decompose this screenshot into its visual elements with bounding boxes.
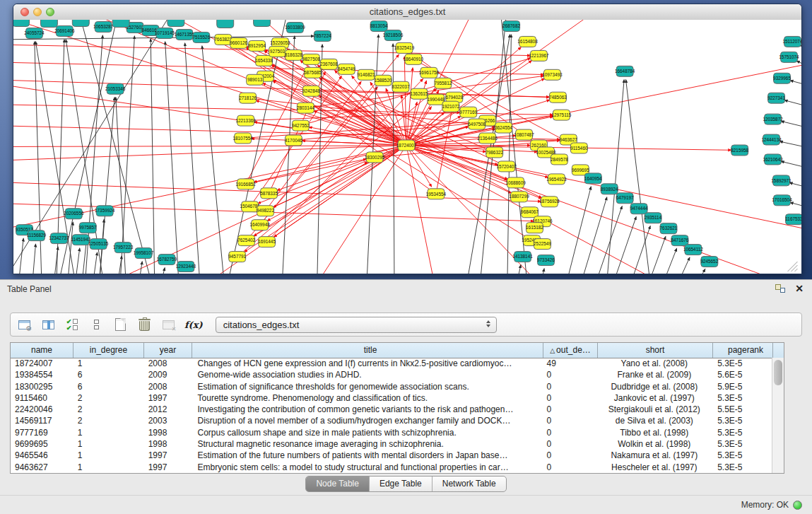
table-cell[interactable]: 5.3E-5 bbox=[712, 438, 772, 450]
graph-node[interactable]: 2718126 bbox=[239, 93, 257, 103]
graph-node[interactable]: 12213967 bbox=[529, 50, 549, 61]
graph-edge[interactable] bbox=[781, 161, 801, 169]
table-cell[interactable]: 5.3E-5 bbox=[712, 450, 772, 461]
graph-edge[interactable] bbox=[592, 206, 622, 274]
graph-node[interactable]: 16409948 bbox=[249, 220, 270, 230]
graph-node[interactable] bbox=[217, 20, 234, 28]
delete-column-button[interactable] bbox=[134, 315, 155, 334]
graph-node[interactable]: 1615182 bbox=[526, 223, 543, 233]
table-cell[interactable]: 5.3E-5 bbox=[712, 358, 772, 369]
graph-node[interactable]: 989013 bbox=[247, 74, 264, 85]
table-cell[interactable]: 2009 bbox=[144, 369, 192, 380]
table-row[interactable]: 2242004622012Investigating the contribut… bbox=[11, 404, 772, 415]
graph-node[interactable]: 9227341 bbox=[767, 93, 785, 103]
table-cell[interactable]: Yano et al. (2008) bbox=[596, 358, 712, 369]
vertical-scrollbar[interactable] bbox=[772, 358, 784, 473]
graph-node[interactable]: 5878335 bbox=[260, 188, 278, 199]
graph-edge[interactable] bbox=[406, 146, 548, 177]
resize-grip-icon[interactable] bbox=[788, 262, 798, 271]
graph-node[interactable]: 9733426 bbox=[537, 255, 555, 266]
graph-node[interactable]: 18807299 bbox=[509, 192, 529, 202]
graph-edge[interactable] bbox=[165, 42, 180, 274]
graph-edge[interactable] bbox=[317, 45, 322, 274]
column-header-year[interactable]: year bbox=[144, 343, 192, 358]
table-cell[interactable]: Genome-wide association studies in ADHD. bbox=[192, 369, 543, 380]
graph-edge[interactable] bbox=[73, 248, 79, 274]
graph-node[interactable]: 20691406 bbox=[54, 25, 75, 36]
graph-node[interactable] bbox=[13, 20, 29, 26]
tab-network-table[interactable]: Network Table bbox=[433, 477, 506, 491]
table-cell[interactable]: Corpus callosum shape and size in male p… bbox=[192, 427, 543, 438]
table-cell[interactable]: 1997 bbox=[144, 392, 192, 404]
graph-node[interactable]: 10653287 bbox=[93, 21, 114, 32]
graph-node[interactable]: 6479197 bbox=[616, 193, 634, 204]
graph-edge[interactable] bbox=[659, 248, 677, 274]
show-columns-button[interactable] bbox=[37, 315, 59, 334]
table-cell[interactable]: 5.9E-5 bbox=[712, 381, 772, 392]
column-header-title[interactable]: title bbox=[192, 343, 543, 358]
create-column-button[interactable] bbox=[110, 315, 131, 334]
graph-node[interactable]: 15751074 bbox=[779, 52, 799, 62]
graph-edge[interactable] bbox=[645, 236, 666, 274]
table-cell[interactable]: 0 bbox=[543, 415, 597, 426]
graph-node[interactable]: 14138141 bbox=[512, 252, 533, 262]
graph-edge[interactable] bbox=[267, 146, 406, 221]
graph-node[interactable]: 927503 bbox=[269, 46, 286, 57]
graph-node[interactable]: 9827508 bbox=[302, 54, 320, 64]
table-cell[interactable]: Changes of HCN gene expression and I(f) … bbox=[192, 358, 543, 369]
graph-edge[interactable] bbox=[202, 46, 225, 274]
table-cell[interactable]: 0 bbox=[543, 462, 597, 473]
table-row[interactable]: 1872400712008Changes of HCN gene express… bbox=[11, 358, 772, 369]
table-cell[interactable]: de Silva et al. (2003) bbox=[596, 415, 712, 426]
table-cell[interactable]: 9463627 bbox=[11, 462, 73, 473]
row-height-button[interactable] bbox=[86, 315, 107, 334]
table-cell[interactable]: 14569117 bbox=[11, 415, 73, 426]
graph-edge[interactable] bbox=[406, 146, 437, 274]
graph-node[interactable]: 9777169 bbox=[459, 107, 477, 117]
graph-node[interactable]: 21053346 bbox=[105, 83, 126, 94]
graph-edge[interactable] bbox=[796, 61, 801, 69]
table-cell[interactable]: 5.5E-5 bbox=[712, 404, 772, 415]
graph-node[interactable]: 18756928 bbox=[539, 197, 560, 207]
graph-node[interactable] bbox=[254, 20, 271, 26]
graph-node[interactable]: 24055724 bbox=[24, 28, 45, 38]
graph-edge[interactable] bbox=[406, 146, 801, 274]
graph-node[interactable]: 9242848 bbox=[302, 86, 320, 96]
table-cell[interactable]: 1 bbox=[73, 427, 144, 438]
graph-node[interactable]: 4170046 bbox=[285, 135, 302, 146]
graph-node[interactable]: 2849578 bbox=[551, 154, 568, 165]
graph-edge[interactable] bbox=[507, 35, 512, 274]
graph-node[interactable]: 6497508 bbox=[468, 119, 486, 129]
graph-node[interactable]: 9329965 bbox=[773, 73, 791, 83]
table-cell[interactable]: Estimation of significance thresholds fo… bbox=[192, 381, 543, 392]
graph-node[interactable]: 18640910 bbox=[404, 54, 424, 64]
graph-node[interactable]: 8471676 bbox=[671, 235, 689, 246]
graph-node[interactable]: 5875685 bbox=[304, 67, 322, 78]
table-cell[interactable]: 2008 bbox=[144, 381, 192, 392]
table-cell[interactable]: 1 bbox=[73, 462, 144, 473]
graph-node[interactable]: 10973493 bbox=[542, 69, 563, 80]
network-svg[interactable]: 7663822966012689129541654338234200498901… bbox=[13, 20, 801, 274]
table-cell[interactable]: Disruption of a novel member of a sodium… bbox=[192, 415, 543, 426]
graph-node[interactable]: 8215958 bbox=[731, 145, 748, 156]
graph-node[interactable]: 10654112 bbox=[683, 245, 703, 255]
table-cell[interactable]: 0 bbox=[543, 392, 597, 404]
graph-node[interactable]: 9975857 bbox=[79, 223, 97, 233]
table-cell[interactable]: 9465546 bbox=[11, 450, 73, 461]
graph-node[interactable]: 18325419 bbox=[394, 42, 415, 53]
table-cell[interactable]: Jankovic et al. (1997) bbox=[596, 392, 712, 404]
graph-edge[interactable] bbox=[781, 121, 801, 129]
graph-node[interactable]: 1588520 bbox=[375, 75, 392, 86]
table-cell[interactable]: 18724007 bbox=[11, 358, 73, 369]
table-cell[interactable]: 22420046 bbox=[11, 404, 73, 415]
close-panel-icon[interactable]: ✕ bbox=[795, 283, 804, 294]
graph-node[interactable]: 12505135 bbox=[88, 239, 109, 250]
graph-node[interactable]: 8322037 bbox=[392, 81, 410, 92]
scrollbar-thumb[interactable] bbox=[774, 360, 782, 385]
graph-edge[interactable] bbox=[779, 141, 801, 148]
graph-edge[interactable] bbox=[784, 100, 801, 108]
graph-node[interactable] bbox=[167, 20, 184, 26]
table-cell[interactable]: 5.6E-5 bbox=[712, 369, 772, 380]
graph-edge[interactable] bbox=[406, 146, 432, 187]
table-cell[interactable]: 1 bbox=[73, 450, 144, 461]
